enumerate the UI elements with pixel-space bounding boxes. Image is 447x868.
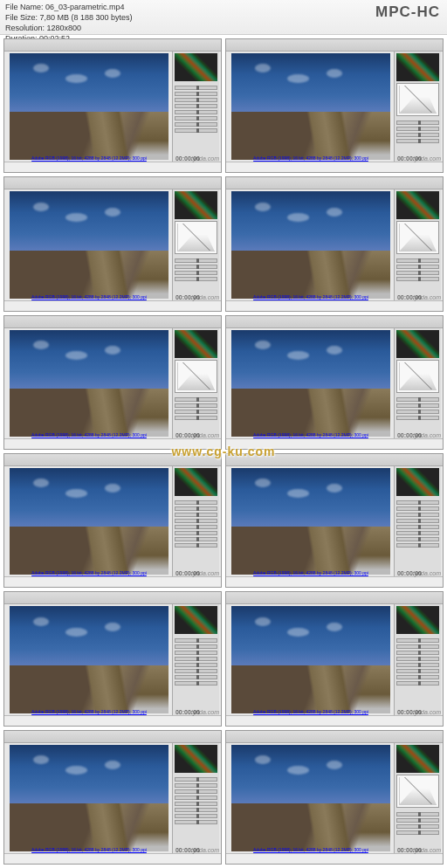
slider[interactable] (175, 808, 217, 812)
image-info-link[interactable]: Adobe RGB (1998); 16 bit; 4288 by 2848 (… (31, 847, 147, 852)
image-info-link[interactable]: Adobe RGB (1998); 16 bit; 4288 by 2848 (… (253, 847, 368, 852)
slider[interactable] (396, 651, 439, 655)
slider[interactable] (396, 657, 439, 661)
slider[interactable] (175, 128, 217, 133)
slider[interactable] (396, 513, 439, 517)
slider[interactable] (396, 675, 439, 679)
thumbnail[interactable]: Adobe RGB (1998); 16 bit; 4288 by 2848 (… (3, 591, 222, 726)
slider[interactable] (175, 651, 217, 655)
slider[interactable] (396, 638, 439, 643)
slider[interactable] (396, 121, 439, 125)
slider[interactable] (175, 110, 217, 114)
thumbnail[interactable]: Adobe RGB (1998); 16 bit; 4288 by 2848 (… (3, 176, 222, 311)
slider[interactable] (396, 127, 439, 131)
image-info-link[interactable]: Adobe RGB (1998); 16 bit; 4288 by 2848 (… (31, 570, 147, 575)
slider[interactable] (175, 86, 217, 90)
slider[interactable] (396, 397, 439, 402)
slider[interactable] (175, 277, 217, 281)
slider[interactable] (396, 139, 439, 143)
slider[interactable] (396, 531, 439, 535)
thumbnail[interactable]: Adobe RGB (1998); 16 bit; 4288 by 2848 (… (225, 730, 444, 865)
slider[interactable] (396, 403, 439, 408)
slider[interactable] (175, 783, 217, 788)
tone-curve[interactable] (396, 221, 439, 254)
slider[interactable] (396, 265, 439, 269)
slider[interactable] (175, 416, 217, 420)
slider[interactable] (396, 644, 439, 649)
tone-curve[interactable] (175, 360, 217, 393)
tone-curve[interactable] (396, 360, 439, 393)
image-info-link[interactable]: Adobe RGB (1998); 16 bit; 4288 by 2848 (… (253, 709, 368, 714)
slider[interactable] (175, 271, 217, 275)
slider[interactable] (175, 519, 217, 523)
slider[interactable] (175, 92, 217, 96)
thumbnail[interactable]: Adobe RGB (1998); 16 bit; 4288 by 2848 (… (225, 315, 444, 450)
slider[interactable] (396, 519, 439, 523)
slider[interactable] (396, 669, 439, 673)
slider[interactable] (175, 258, 217, 263)
image-info-link[interactable]: Adobe RGB (1998); 16 bit; 4288 by 2848 (… (31, 155, 147, 161)
slider[interactable] (175, 669, 217, 673)
slider[interactable] (175, 675, 217, 679)
slider[interactable] (175, 410, 217, 414)
image-info-link[interactable]: Adobe RGB (1998); 16 bit; 4288 by 2848 (… (31, 432, 147, 437)
slider[interactable] (396, 824, 439, 829)
image-info-link[interactable]: Adobe RGB (1998); 16 bit; 4288 by 2848 (… (253, 570, 368, 575)
slider[interactable] (175, 663, 217, 667)
slider[interactable] (396, 258, 439, 263)
slider[interactable] (175, 525, 217, 529)
slider[interactable] (396, 830, 439, 835)
image-info-link[interactable]: Adobe RGB (1998); 16 bit; 4288 by 2848 (… (253, 432, 368, 437)
thumbnail[interactable]: Adobe RGB (1998); 16 bit; 4288 by 2848 (… (3, 38, 222, 173)
slider[interactable] (175, 543, 217, 548)
slider[interactable] (175, 403, 217, 408)
slider[interactable] (175, 820, 217, 824)
thumbnail[interactable]: Adobe RGB (1998); 16 bit; 4288 by 2848 (… (225, 176, 444, 311)
slider[interactable] (396, 681, 439, 685)
slider[interactable] (396, 416, 439, 420)
slider[interactable] (175, 638, 217, 643)
slider[interactable] (396, 543, 439, 548)
tone-curve[interactable] (396, 83, 439, 116)
slider[interactable] (175, 265, 217, 269)
slider[interactable] (175, 104, 217, 108)
slider[interactable] (396, 277, 439, 281)
slider[interactable] (175, 500, 217, 505)
slider[interactable] (396, 525, 439, 529)
slider[interactable] (396, 133, 439, 137)
slider[interactable] (175, 98, 217, 102)
thumbnail[interactable]: Adobe RGB (1998); 16 bit; 4288 by 2848 (… (3, 453, 222, 588)
image-info-link[interactable]: Adobe RGB (1998); 16 bit; 4288 by 2848 (… (253, 294, 368, 300)
tone-curve[interactable] (175, 221, 217, 254)
slider[interactable] (175, 789, 217, 794)
slider[interactable] (175, 796, 217, 800)
slider[interactable] (175, 513, 217, 517)
slider[interactable] (175, 537, 217, 541)
slider[interactable] (396, 271, 439, 275)
slider[interactable] (175, 506, 217, 511)
slider[interactable] (396, 812, 439, 816)
tone-curve[interactable] (396, 775, 439, 808)
slider[interactable] (175, 777, 217, 782)
slider[interactable] (396, 410, 439, 414)
slider[interactable] (175, 802, 217, 806)
slider[interactable] (396, 663, 439, 667)
slider[interactable] (175, 644, 217, 649)
image-info-link[interactable]: Adobe RGB (1998); 16 bit; 4288 by 2848 (… (31, 294, 147, 300)
slider[interactable] (175, 814, 217, 818)
thumbnail[interactable]: Adobe RGB (1998); 16 bit; 4288 by 2848 (… (225, 453, 444, 588)
slider[interactable] (175, 122, 217, 127)
image-info-link[interactable]: Adobe RGB (1998); 16 bit; 4288 by 2848 (… (31, 709, 147, 714)
thumbnail[interactable]: Adobe RGB (1998); 16 bit; 4288 by 2848 (… (225, 38, 444, 173)
slider[interactable] (175, 657, 217, 661)
thumbnail[interactable]: Adobe RGB (1998); 16 bit; 4288 by 2848 (… (3, 730, 222, 865)
image-info-link[interactable]: Adobe RGB (1998); 16 bit; 4288 by 2848 (… (253, 155, 368, 161)
slider[interactable] (175, 116, 217, 121)
slider[interactable] (396, 506, 439, 511)
slider[interactable] (396, 500, 439, 505)
slider[interactable] (175, 397, 217, 402)
slider[interactable] (175, 531, 217, 535)
thumbnail[interactable]: Adobe RGB (1998); 16 bit; 4288 by 2848 (… (225, 591, 444, 726)
slider[interactable] (396, 537, 439, 541)
thumbnail[interactable]: Adobe RGB (1998); 16 bit; 4288 by 2848 (… (3, 315, 222, 450)
